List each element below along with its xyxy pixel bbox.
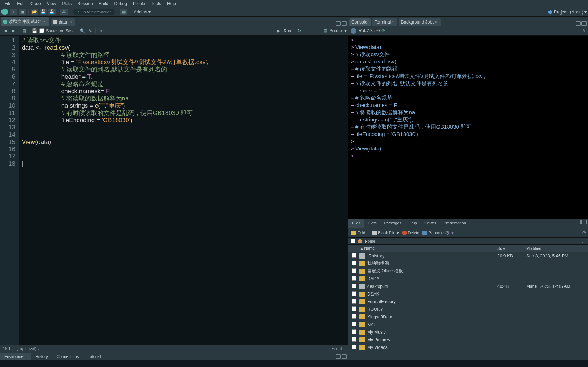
run-button[interactable]: Run	[283, 29, 291, 33]
console-output[interactable]: > > View(data)> # 读取csv文件> data <- read.…	[348, 36, 588, 219]
file-row[interactable]: 自定义 Office 模板	[348, 267, 588, 275]
file-row[interactable]: My Videos	[348, 343, 588, 351]
menu-profile[interactable]: Profile	[130, 1, 148, 6]
source-button[interactable]: ▤ Source ▾	[322, 28, 347, 34]
close-tab-icon[interactable]: ×	[69, 20, 72, 25]
tab-console[interactable]: Console	[349, 18, 371, 26]
tab-plots[interactable]: Plots	[364, 219, 380, 228]
console-window-controls[interactable]	[576, 21, 588, 26]
rename-file-button[interactable]: Rename	[422, 231, 444, 235]
files-more-button[interactable]: ⚙ ▾	[445, 230, 454, 236]
new-folder-button[interactable]: Folder	[351, 231, 369, 235]
menu-help[interactable]: Help	[164, 1, 179, 6]
files-path-more[interactable]: …	[582, 239, 586, 243]
tab-terminal[interactable]: Terminal ×	[372, 18, 397, 26]
close-tab-icon[interactable]: ×	[43, 19, 46, 24]
file-row[interactable]: My Music	[348, 328, 588, 336]
file-row[interactable]: desktop.ini402 BMar 8, 2023, 12:15 AM	[348, 283, 588, 290]
project-menu[interactable]: ⬢ Project: (None) ▾	[548, 9, 587, 15]
refresh-session-icon[interactable]: ⟳	[381, 28, 385, 33]
file-checkbox[interactable]	[352, 322, 356, 326]
language-indicator[interactable]: R Script ÷	[328, 346, 345, 351]
file-checkbox[interactable]	[352, 284, 356, 288]
file-checkbox[interactable]	[352, 268, 356, 273]
tab-connections[interactable]: Connections	[52, 353, 83, 360]
goto-file-function[interactable]: ➜ Go to file/function	[73, 9, 115, 15]
save-source-button[interactable]: 💾	[31, 28, 38, 34]
menu-view[interactable]: View	[44, 1, 59, 6]
print-button[interactable]: 🖶	[60, 9, 68, 15]
menu-session[interactable]: Session	[74, 1, 96, 6]
save-button[interactable]: 💾	[40, 9, 47, 15]
source-window-controls[interactable]	[336, 21, 348, 26]
source-tab[interactable]: data×	[51, 18, 75, 26]
rerun-button[interactable]: ↻	[296, 28, 302, 34]
new-blank-file-button[interactable]: Blank File ▾	[372, 231, 399, 235]
col-modified[interactable]: Modified	[526, 246, 588, 251]
scope-indicator[interactable]: (Top Level) ÷	[16, 346, 40, 351]
open-file-button[interactable]: 📂	[31, 9, 38, 15]
menu-file[interactable]: File	[1, 1, 14, 6]
forward-button[interactable]: ►	[10, 28, 17, 34]
file-row[interactable]: DSAK	[348, 290, 588, 298]
tab-background-jobs[interactable]: Background Jobs ×	[399, 18, 441, 26]
tab-packages[interactable]: Packages	[380, 219, 405, 228]
files-breadcrumb[interactable]: Home …	[348, 238, 588, 245]
file-row[interactable]: Klei	[348, 321, 588, 328]
wand-button[interactable]: ✎	[87, 28, 94, 34]
menu-build[interactable]: Build	[96, 1, 111, 6]
file-checkbox[interactable]	[352, 291, 356, 296]
file-checkbox[interactable]	[352, 261, 356, 265]
file-checkbox[interactable]	[352, 329, 356, 334]
file-checkbox[interactable]	[352, 306, 356, 311]
menu-debug[interactable]: Debug	[111, 1, 130, 6]
file-checkbox[interactable]	[352, 314, 356, 319]
file-row[interactable]: My Pictures	[348, 336, 588, 343]
new-file-button[interactable]: +	[10, 9, 17, 15]
go-up-chunk-button[interactable]: ↑	[304, 28, 310, 34]
files-refresh-button[interactable]: ⟳	[582, 230, 587, 236]
source-on-save-check[interactable]	[39, 28, 44, 33]
source-tab[interactable]: 读取文件测试.R*×	[1, 17, 49, 26]
code-editor[interactable]: 123456789101112131415161718 # 读取csv文件dat…	[0, 36, 348, 345]
tab-tutorial[interactable]: Tutorial	[83, 353, 105, 360]
clear-console-button[interactable]: ✎	[582, 28, 586, 33]
grid-button[interactable]: ▦	[120, 9, 127, 15]
show-in-new-window-button[interactable]: ▤	[21, 28, 27, 34]
select-all-files[interactable]	[351, 239, 355, 243]
file-row[interactable]: FormatFactory	[348, 298, 588, 305]
file-row[interactable]: 我的数据源	[348, 260, 588, 267]
file-row[interactable]: KingsoftData	[348, 313, 588, 321]
file-row[interactable]: HOOKY	[348, 305, 588, 313]
editor-code[interactable]: # 读取csv文件data <- read.csv( # 读取文件的路径 fil…	[19, 36, 348, 345]
find-button[interactable]: 🔍	[79, 28, 86, 34]
compile-report-button[interactable]: ▫	[98, 28, 104, 34]
file-checkbox[interactable]	[352, 345, 356, 349]
menu-tools[interactable]: Tools	[148, 1, 164, 6]
new-project-button[interactable]: ▣	[19, 9, 26, 15]
file-checkbox[interactable]	[352, 253, 356, 258]
col-size[interactable]: Size	[497, 246, 526, 251]
tab-environment[interactable]: Environment	[0, 353, 31, 360]
tab-files[interactable]: Files	[348, 219, 364, 228]
tab-help[interactable]: Help	[405, 219, 421, 228]
menu-edit[interactable]: Edit	[14, 1, 28, 6]
tab-history[interactable]: History	[31, 353, 52, 360]
menu-plots[interactable]: Plots	[59, 1, 75, 6]
file-checkbox[interactable]	[352, 337, 356, 342]
env-window-controls[interactable]	[336, 354, 348, 359]
file-row[interactable]: .Rhistory20.9 KBSep 3, 2023, 5:46 PM	[348, 252, 588, 260]
tab-presentation[interactable]: Presentation	[440, 219, 470, 228]
delete-file-button[interactable]: Delete	[402, 231, 420, 235]
menu-code[interactable]: Code	[28, 1, 44, 6]
file-checkbox[interactable]	[352, 299, 356, 304]
file-list[interactable]: .Rhistory20.9 KBSep 3, 2023, 5:46 PM我的数据…	[348, 252, 588, 360]
addins-menu[interactable]: Addins ▾	[131, 9, 154, 15]
file-checkbox[interactable]	[352, 276, 356, 281]
file-row[interactable]: DADA	[348, 275, 588, 283]
files-window-controls[interactable]	[574, 219, 588, 228]
save-all-button[interactable]: 💾	[48, 9, 56, 15]
home-icon[interactable]	[358, 239, 363, 243]
tab-viewer[interactable]: Viewer	[421, 219, 440, 228]
back-button[interactable]: ◄	[2, 28, 9, 34]
